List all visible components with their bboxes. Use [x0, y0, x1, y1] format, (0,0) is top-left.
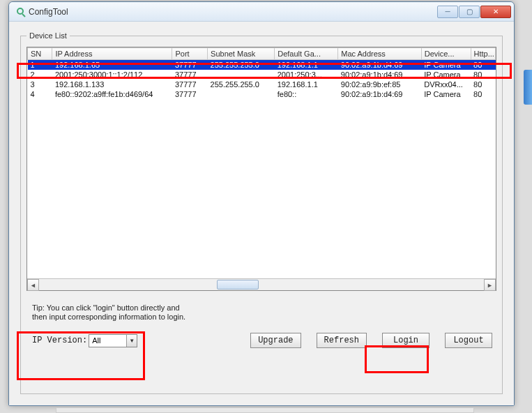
svg-line-1 [22, 14, 25, 17]
chevron-down-icon: ▼ [126, 335, 137, 347]
scroll-right-button[interactable]: ► [484, 279, 496, 291]
table-header-row[interactable]: SN IP Address Port Subnet Mask Default G… [28, 48, 496, 60]
scroll-left-button[interactable]: ◄ [27, 279, 39, 291]
scroll-thumb[interactable] [217, 280, 259, 290]
svg-point-0 [17, 8, 23, 14]
table-row[interactable]: 3 192.168.1.133 37777 255.255.255.0 192.… [28, 80, 496, 89]
login-button[interactable]: Login [382, 333, 430, 348]
background-strip [56, 407, 474, 413]
close-button[interactable]: ✕ [480, 6, 511, 18]
scroll-track[interactable] [39, 279, 484, 290]
col-http[interactable]: Http... [471, 48, 495, 60]
table-row[interactable]: 2 2001:250:3000:1::1:2/112 37777 2001:25… [28, 70, 496, 80]
table-row[interactable]: 4 fe80::9202:a9ff:fe1b:d469/64 37777 fe8… [28, 89, 496, 99]
col-subnet[interactable]: Subnet Mask [208, 48, 275, 60]
logout-button[interactable]: Logout [445, 333, 492, 348]
col-device[interactable]: Device... [421, 48, 471, 60]
device-table[interactable]: SN IP Address Port Subnet Mask Default G… [27, 47, 496, 99]
bottom-bar: IP Version: All ▼ Upgrade Refresh Login … [26, 327, 496, 350]
device-table-container: SN IP Address Port Subnet Mask Default G… [26, 47, 496, 291]
ip-version-value: All [92, 336, 100, 345]
col-sn[interactable]: SN [28, 48, 52, 60]
device-list-group: Device List SN IP Address Port Subnet Ma… [20, 31, 503, 394]
client-area: Device List SN IP Address Port Subnet Ma… [9, 22, 514, 405]
window-title: ConfigTool [29, 7, 68, 17]
ip-version-label: IP Version: [32, 336, 87, 345]
col-port[interactable]: Port [172, 48, 208, 60]
refresh-button[interactable]: Refresh [317, 333, 367, 348]
maximize-button[interactable]: ▢ [459, 6, 480, 18]
col-gateway[interactable]: Default Ga... [275, 48, 338, 60]
titlebar[interactable]: ConfigTool ─ ▢ ✕ [9, 2, 514, 22]
table-row[interactable]: 1 192.168.1.65 37777 255.255.255.0 192.1… [28, 60, 496, 70]
col-ip[interactable]: IP Address [52, 48, 172, 60]
upgrade-button[interactable]: Upgrade [250, 333, 301, 348]
app-icon [15, 6, 26, 17]
tip-text: Tip: You can click "login" button direct… [32, 303, 496, 322]
background-panel-edge [524, 70, 532, 105]
groupbox-label: Device List [26, 31, 70, 40]
minimize-button[interactable]: ─ [437, 6, 458, 18]
horizontal-scrollbar[interactable]: ◄ ► [27, 278, 496, 290]
col-mac[interactable]: Mac Address [338, 48, 421, 60]
ip-version-combo[interactable]: All ▼ [89, 334, 137, 347]
config-tool-window: ConfigTool ─ ▢ ✕ Device List SN IP Addre… [8, 1, 515, 406]
